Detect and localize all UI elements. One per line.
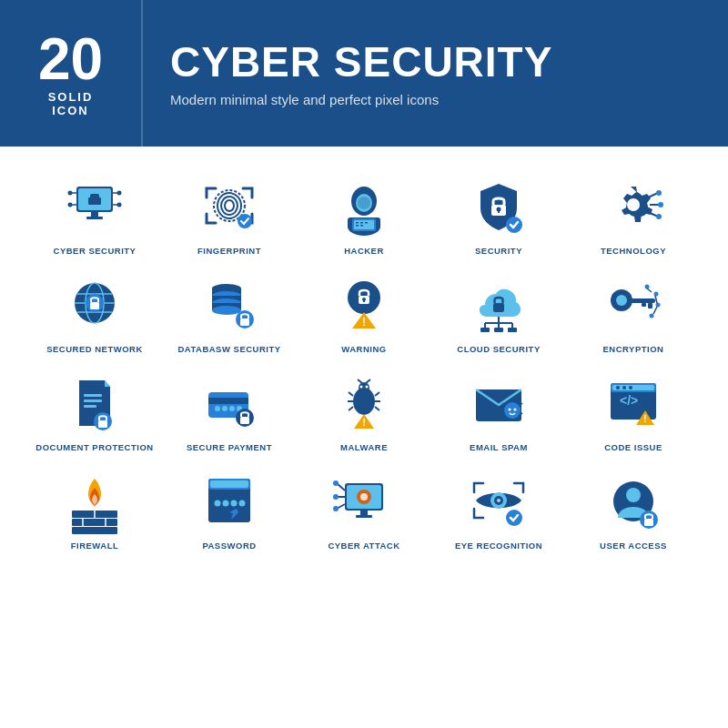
svg-line-83	[653, 307, 657, 314]
header-number: 20	[38, 30, 103, 88]
svg-line-102	[366, 379, 370, 383]
icon-label-cloud-security: CLOUD SECURITY	[457, 344, 540, 354]
icon-label-database-security: DATABASW SECURITY	[177, 344, 280, 354]
svg-point-125	[629, 386, 632, 389]
svg-point-139	[231, 500, 238, 507]
svg-point-10	[117, 191, 122, 196]
svg-point-140	[239, 500, 246, 507]
svg-rect-48	[90, 302, 99, 309]
icon-cell-eye-recognition: EYE RECOGNITION	[431, 460, 566, 558]
svg-text:</>: </>	[620, 393, 638, 408]
svg-line-105	[349, 407, 353, 410]
svg-rect-70	[494, 328, 503, 332]
icon-cell-fingerprint: FINGERPRINT	[162, 165, 297, 263]
svg-point-151	[333, 494, 339, 500]
fingerprint-icon	[197, 174, 262, 239]
icon-label-email-spam: EMAIL SPAM	[470, 442, 528, 452]
icon-label-encryption: ENCRYPTION	[603, 344, 664, 354]
svg-rect-88	[98, 420, 107, 428]
icon-cell-code-issue: </> ! CODE ISSUE	[566, 361, 701, 460]
svg-rect-28	[356, 225, 359, 227]
icon-label-user-access: USER ACCESS	[600, 541, 667, 551]
svg-text:!: !	[362, 417, 366, 428]
secured-network-icon	[62, 272, 127, 338]
svg-rect-160	[644, 519, 653, 526]
code-issue-icon: </> !	[601, 370, 666, 436]
svg-text:!: !	[643, 414, 646, 424]
header-subtitle: Modern minimal style and perfect pixel i…	[170, 92, 701, 107]
icon-label-cyber-security: CYBER SECURITY	[54, 246, 136, 256]
technology-icon	[601, 174, 666, 239]
svg-rect-90	[208, 398, 248, 404]
svg-point-118	[509, 409, 511, 411]
svg-point-80	[650, 314, 654, 318]
svg-point-152	[333, 506, 339, 511]
icon-cell-cloud-security: CLOUD SECURITY	[431, 263, 566, 361]
svg-point-91	[215, 406, 220, 411]
svg-point-100	[366, 386, 369, 389]
icon-label-security: SECURITY	[475, 246, 522, 256]
svg-rect-130	[72, 527, 117, 534]
icon-cell-secure-payment: SECURE PAYMENT	[162, 361, 297, 460]
svg-rect-29	[360, 225, 363, 227]
svg-rect-76	[642, 303, 646, 307]
header: 20 SOLID ICON CYBER SECURITY Modern mini…	[0, 0, 728, 147]
firewall-icon	[62, 469, 127, 534]
icon-grid: CYBER SECURITY FINGERPRINT	[0, 147, 728, 576]
svg-point-78	[654, 292, 659, 297]
svg-point-77	[645, 285, 650, 289]
svg-point-39	[656, 190, 662, 196]
svg-rect-74	[630, 298, 655, 303]
svg-point-30	[358, 197, 370, 209]
icon-cell-document-protection: DOCUMENT PROTECTION	[27, 361, 162, 460]
icon-cell-cyber-attack: CYBER ATTACK	[297, 460, 431, 558]
icon-label-malware: MALWARE	[340, 442, 388, 452]
svg-text:!: !	[362, 316, 366, 329]
password-icon	[197, 469, 262, 534]
malware-icon: !	[331, 370, 397, 436]
header-right: CYBER SECURITY Modern minimal style and …	[143, 0, 728, 147]
svg-point-40	[658, 202, 663, 207]
eye-recognition-icon	[466, 469, 531, 534]
encryption-icon	[601, 272, 666, 338]
cyber-attack-icon	[331, 469, 397, 534]
icon-label-secured-network: SECURED NETWORK	[46, 344, 143, 354]
icon-label-eye-recognition: EYE RECOGNITION	[455, 541, 542, 551]
header-icon-label: ICON	[52, 104, 89, 117]
svg-point-11	[117, 203, 122, 207]
svg-rect-61	[363, 299, 365, 302]
svg-point-92	[222, 406, 228, 411]
svg-point-55	[212, 306, 241, 315]
svg-rect-71	[508, 328, 517, 332]
cyber-security-icon	[62, 174, 127, 239]
icon-label-hacker: HACKER	[344, 246, 384, 256]
svg-rect-144	[356, 515, 372, 518]
database-security-icon	[197, 272, 262, 338]
svg-line-81	[647, 288, 652, 292]
icon-label-code-issue: CODE ISSUE	[604, 442, 662, 452]
icon-cell-email-spam: EMAIL SPAM	[431, 361, 566, 460]
icon-cell-encryption: ENCRYPTION	[566, 263, 701, 361]
svg-line-108	[375, 407, 379, 410]
svg-point-79	[656, 303, 661, 308]
svg-point-7	[68, 203, 73, 207]
email-spam-icon	[466, 370, 531, 436]
svg-line-82	[655, 296, 657, 303]
svg-rect-84	[84, 394, 102, 397]
icon-cell-malware: ! MALWARE	[297, 361, 431, 460]
svg-rect-69	[480, 328, 490, 332]
svg-point-41	[656, 214, 662, 219]
hacker-icon	[331, 174, 397, 239]
svg-point-99	[360, 386, 363, 389]
secure-payment-icon	[197, 370, 262, 436]
user-access-icon	[601, 469, 666, 534]
svg-point-150	[333, 480, 339, 486]
svg-line-103	[349, 392, 353, 396]
svg-line-106	[375, 392, 379, 396]
icon-cell-warning: ! WARNING	[297, 263, 431, 361]
icon-cell-hacker: HACKER	[297, 165, 431, 263]
svg-rect-75	[648, 303, 652, 308]
icon-cell-firewall: FIREWALL	[27, 460, 162, 558]
document-protection-icon	[62, 370, 127, 436]
svg-point-111	[504, 402, 521, 419]
